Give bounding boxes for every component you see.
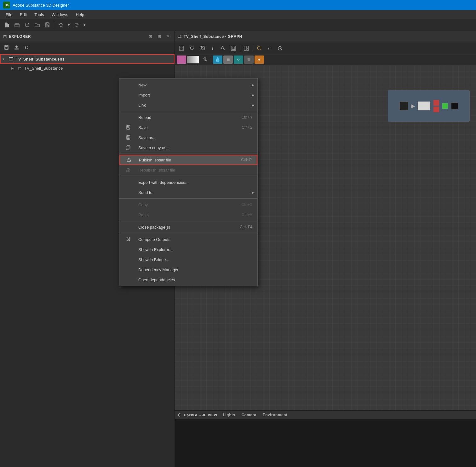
graph-toolbar: i ⬡ ⌐ xyxy=(175,42,476,54)
ctx-item-text-show-bridge: Show in Bridge... xyxy=(138,257,169,262)
undo-dropdown[interactable]: ▾ xyxy=(66,20,71,29)
3d-view-header: ⬡ OpenGL - 3D VIEW Lights Camera Environ… xyxy=(175,411,476,419)
undo-btn[interactable] xyxy=(56,20,65,29)
svg-rect-14 xyxy=(231,46,236,50)
drop-btn[interactable]: 💧 xyxy=(213,55,222,64)
color-orange-btn[interactable]: ◈ xyxy=(255,55,264,64)
svg-rect-15 xyxy=(232,47,235,50)
context-menu: New▶Import▶Link▶ReloadCtrl+RSaveCtrl+Sas… xyxy=(119,78,258,286)
ctx-item-import[interactable]: Import▶ xyxy=(119,90,257,100)
clock-btn[interactable] xyxy=(275,44,285,53)
color-pink-btn[interactable] xyxy=(177,55,186,64)
pattern-btn[interactable]: ⊞ xyxy=(244,55,254,64)
ctx-item-text-publish: Publish .sbsar file xyxy=(139,158,171,162)
rt-sep-1 xyxy=(240,45,240,51)
ctx-item-new[interactable]: New▶ xyxy=(119,80,257,90)
ctx-item-publish[interactable]: Publish .sbsar fileCtrl+P xyxy=(119,155,257,165)
new-file-btn[interactable] xyxy=(3,20,11,29)
ctx-item-republish: Republish .sbsar file xyxy=(119,165,257,175)
view-tabs: Lights Camera Environment xyxy=(220,412,291,418)
redo-dropdown[interactable]: ▾ xyxy=(82,20,87,29)
fit-btn[interactable] xyxy=(177,44,186,53)
frame-btn[interactable] xyxy=(229,44,238,53)
mg-node-dark xyxy=(451,102,458,109)
center-btn[interactable] xyxy=(187,44,197,53)
svg-point-12 xyxy=(201,47,203,49)
menu-edit[interactable]: Edit xyxy=(17,11,30,18)
ctx-item-text-save: Save xyxy=(138,125,148,130)
panel-maximize-btn[interactable]: ⊡ xyxy=(147,33,154,40)
share-panel-btn[interactable] xyxy=(12,43,21,52)
ctx-item-show-explorer[interactable]: Show in Explorer... xyxy=(119,244,257,254)
arrow-btn[interactable]: ⇅ xyxy=(200,55,209,64)
tab-lights[interactable]: Lights xyxy=(223,412,235,418)
ctx-sep-13 xyxy=(119,221,257,221)
ctx-sep-3 xyxy=(119,111,257,111)
mini-graph: ▶ xyxy=(388,90,470,122)
ctx-item-show-bridge[interactable]: Show in Bridge... xyxy=(119,254,257,265)
svg-rect-22 xyxy=(127,128,129,129)
menu-file[interactable]: File xyxy=(3,11,15,18)
graph-header: ⇄ TV_Shelf_Substance - GRAPH xyxy=(175,31,476,42)
mg-arrow: ▶ xyxy=(411,102,415,109)
color-teal-btn[interactable]: ◇ xyxy=(234,55,243,64)
tree-root-item[interactable]: ▼ TV_Shelf_Substance.sbs xyxy=(0,54,175,64)
ctx-item-text-dep-manager: Dependency Manager xyxy=(138,267,179,272)
ctx-item-reload[interactable]: ReloadCtrl+R xyxy=(119,112,257,122)
ctx-item-dep-manager[interactable]: Dependency Manager xyxy=(119,265,257,275)
ctx-item-save-as[interactable]: asSave as... xyxy=(119,132,257,143)
ctx-icon-republish xyxy=(124,166,132,174)
info-btn[interactable]: i xyxy=(208,44,217,53)
save-panel-btn[interactable] xyxy=(2,43,11,52)
ctx-item-text-save-as: Save as... xyxy=(138,135,157,140)
tree-sub-chevron: ▶ xyxy=(11,67,16,70)
svg-point-35 xyxy=(129,240,130,241)
ctx-item-export-dep[interactable]: Export with dependencies... xyxy=(119,177,257,187)
menu-help[interactable]: Help xyxy=(72,11,87,18)
ctx-item-shortcut-close-pkg: Ctrl+F4 xyxy=(240,225,252,229)
save-btn[interactable] xyxy=(43,20,52,29)
layout-btn[interactable] xyxy=(242,44,251,53)
redo-btn[interactable] xyxy=(72,20,81,29)
svg-rect-16 xyxy=(244,46,246,50)
tree-root-icon xyxy=(8,56,14,62)
panel-toolbar xyxy=(0,42,175,53)
ctx-item-link[interactable]: Link▶ xyxy=(119,100,257,110)
svg-point-34 xyxy=(127,240,128,241)
main-toolbar: ▾ ▾ xyxy=(0,19,476,31)
folder-btn[interactable] xyxy=(33,20,42,29)
search-btn[interactable] xyxy=(218,44,228,53)
ctx-item-text-export-dep: Export with dependencies... xyxy=(138,180,189,185)
ctx-item-send-to[interactable]: Send to▶ xyxy=(119,187,257,197)
corner-btn[interactable]: ⌐ xyxy=(265,44,274,53)
ctx-item-save[interactable]: SaveCtrl+S xyxy=(119,122,257,132)
mg-node-1 xyxy=(399,102,408,110)
tab-camera[interactable]: Camera xyxy=(242,412,256,418)
add-btn[interactable] xyxy=(23,20,32,29)
tab-environment[interactable]: Environment xyxy=(263,412,288,418)
screenshot-btn[interactable] xyxy=(198,44,207,53)
panel-close-btn[interactable]: ✕ xyxy=(164,33,171,40)
open-file-btn[interactable] xyxy=(13,20,21,29)
svg-rect-29 xyxy=(127,160,131,161)
svg-text:as: as xyxy=(127,137,129,139)
ctx-item-text-save-copy: Save a copy as... xyxy=(138,145,170,150)
svg-rect-24 xyxy=(127,136,129,137)
ctx-sep-14 xyxy=(119,233,257,233)
ctx-item-open-dep[interactable]: Open dependencies xyxy=(119,275,257,285)
refresh-panel-btn[interactable] xyxy=(22,43,31,52)
ctx-item-compute[interactable]: Compute Outputs xyxy=(119,234,257,244)
ctx-item-save-copy[interactable]: Save a copy as... xyxy=(119,143,257,153)
menu-tools[interactable]: Tools xyxy=(31,11,47,18)
ctx-item-arrow-new: ▶ xyxy=(252,83,254,87)
ctx-item-arrow-import: ▶ xyxy=(252,93,254,97)
pin-btn[interactable]: ⬡ xyxy=(255,44,264,53)
ctx-item-arrow-send-to: ▶ xyxy=(252,191,254,194)
gradient-btn[interactable] xyxy=(187,56,199,63)
ctx-item-close-pkg[interactable]: Close package(s)Ctrl+F4 xyxy=(119,222,257,232)
menu-windows[interactable]: Windows xyxy=(49,11,72,18)
texture-btn[interactable]: ▦ xyxy=(223,55,233,64)
tree-sub-item-0[interactable]: ▶ ⇄ TV_Shelf_Substance xyxy=(0,64,175,73)
panel-resize-btn[interactable]: ⊞ xyxy=(156,33,163,40)
ctx-sep-11 xyxy=(119,198,257,199)
